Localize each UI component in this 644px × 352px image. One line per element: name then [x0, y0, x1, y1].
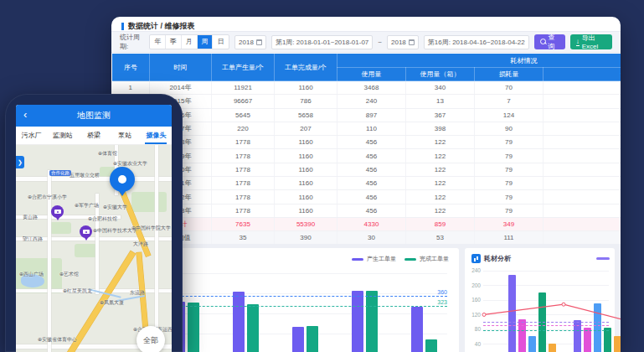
- table-cell: 390: [275, 231, 337, 244]
- panel-expand-button[interactable]: ❯: [16, 156, 24, 168]
- table-cell: 7635: [212, 217, 275, 230]
- chart-bar: [352, 291, 363, 352]
- map-label: ⊕安徽省体育中心: [38, 336, 77, 344]
- table-row: 92022年177811604561227967: [112, 190, 621, 204]
- week-to-value: 第16周: 2018-04-16~2018-04-22: [428, 38, 525, 47]
- consumable-legend-stub[interactable]: [596, 257, 610, 260]
- map-label: ⊕安徽大学: [103, 204, 127, 211]
- chart-bar: [411, 307, 423, 352]
- axis-tick-label: 80: [466, 326, 481, 332]
- axis-tick-label: 200: [466, 282, 481, 288]
- table-cell: 79: [475, 190, 544, 204]
- phone-tab-桥梁[interactable]: 桥梁: [78, 127, 109, 144]
- legend-item[interactable]: 产生工单量: [352, 255, 396, 263]
- back-chevron-icon[interactable]: ‹: [23, 108, 27, 121]
- period-option[interactable]: 年: [150, 35, 166, 49]
- table-cell: 122: [406, 204, 475, 217]
- year-from-select[interactable]: 2018: [234, 35, 266, 49]
- col-header-completed: 工单完成量/个: [275, 54, 337, 81]
- table-cell: 67: [544, 177, 621, 190]
- table-cell: 11921: [212, 81, 275, 95]
- show-all-button[interactable]: 全部: [137, 326, 165, 352]
- camera-pin[interactable]: [51, 205, 64, 221]
- week-from-input[interactable]: 第1周: 2018-01-01~2018-01-07: [271, 35, 373, 49]
- table-cell: 79: [475, 163, 544, 176]
- table-row: 32016年56455658897367124129: [112, 108, 621, 122]
- table-cell: 67: [544, 190, 621, 204]
- week-to-input[interactable]: 第16周: 2018-04-16~2018-04-22: [424, 35, 529, 49]
- table-cell: 859: [406, 217, 475, 230]
- search-icon: [540, 39, 546, 45]
- map-canvas[interactable]: 合作化路 ⊕体育馆⊕安徽农业大学五里墩立交桥⊕合肥市宁溪小学⊕军学广场⊕安徽大学…: [16, 145, 172, 352]
- filter-bar: 统计周期: 年季月周日 2018 第1周: 2018-01-01~2018-01…: [111, 31, 621, 53]
- table-average-row: 平均值35390305311114: [112, 231, 621, 244]
- map-label: ⊕合肥市宁溪小学: [28, 194, 67, 201]
- map-label: ⊕中国科学院大学: [131, 225, 171, 232]
- table-cell: 1778: [212, 136, 275, 149]
- table-cell: 96667: [212, 95, 275, 108]
- camera-pin[interactable]: [80, 225, 92, 241]
- road-badge: 合作化路: [49, 170, 71, 176]
- axis-tick-label: 160: [466, 297, 481, 303]
- table-body: 12014年11921116034683407025022015年9666778…: [112, 81, 621, 245]
- table-cell: 110: [337, 122, 406, 135]
- table-cell: 1160: [275, 149, 337, 163]
- chart-bar: [247, 304, 259, 352]
- table-cell: 456: [337, 177, 406, 190]
- year-to-select[interactable]: 2018: [387, 35, 419, 49]
- phone-tab-摄像头[interactable]: 摄像头: [141, 127, 172, 144]
- table-cell: 19: [544, 122, 621, 135]
- table-cell: 1160: [275, 163, 337, 176]
- table-cell: 111: [475, 231, 544, 244]
- report-table: 序号 时间 工单产生量/个 工单完成量/个 耗材情况 使用量 使用量（箱） 损耗…: [111, 53, 621, 244]
- sub-header-2: 使用量（箱）: [406, 68, 475, 81]
- table-cell: 456: [337, 204, 406, 217]
- col-header-time: 时间: [150, 54, 212, 81]
- table-row: 72020年177811604561227967: [112, 163, 621, 176]
- table-total-row: 合计763555390433085934933: [112, 217, 621, 230]
- map-label: ⊕合肥科技馆: [88, 215, 117, 223]
- table-cell: 67: [544, 136, 621, 149]
- axis-tick-label: 40: [466, 341, 481, 347]
- period-option[interactable]: 周: [198, 35, 214, 49]
- phone-app-header: ‹ 地图监测: [16, 105, 172, 127]
- table-cell: 340: [406, 81, 475, 95]
- table-cell: 122: [406, 163, 475, 176]
- download-icon: ↓: [576, 39, 580, 46]
- chart-bar: [425, 339, 437, 352]
- legend-mark: [404, 258, 416, 261]
- phone-tab-监测站[interactable]: 监测站: [47, 127, 78, 144]
- table-cell: 456: [337, 190, 406, 204]
- table-cell: 1778: [212, 149, 275, 163]
- map-park-area: [75, 244, 98, 257]
- table-row: 82021年177811604561227967: [112, 177, 621, 190]
- table-cell: 122: [406, 190, 475, 204]
- table-cell: 13: [406, 95, 475, 108]
- table-row: 12014年119211160346834070250: [112, 81, 621, 95]
- export-excel-button[interactable]: ↓ 导出Excel: [570, 34, 612, 49]
- table-cell: 35: [212, 231, 275, 244]
- map-label: 黄山路: [23, 214, 38, 221]
- year-from-value: 2018: [239, 39, 254, 46]
- table-cell: 786: [275, 95, 337, 108]
- table-cell: 1160: [275, 177, 337, 190]
- phone-tab-泵站[interactable]: 泵站: [110, 127, 141, 144]
- map-label: ⊕艺术馆: [59, 271, 79, 278]
- workorder-chart-legend: 产生工单量完成工单量: [352, 255, 449, 263]
- table-cell: 398: [406, 122, 475, 135]
- table-cell: 1: [112, 81, 150, 95]
- period-option[interactable]: 季: [166, 35, 182, 49]
- query-button[interactable]: 查询: [534, 34, 565, 49]
- map-label: ⊕凤凰大厦: [100, 299, 124, 307]
- table-cell: 1160: [275, 190, 337, 204]
- phone-page-title: 地图监测: [77, 110, 111, 122]
- selected-camera-pin[interactable]: [110, 167, 135, 199]
- map-label: ⊕体育馆: [98, 150, 117, 158]
- table-cell: 79: [475, 177, 544, 190]
- legend-item[interactable]: 完成工单量: [404, 255, 449, 263]
- chart-bar: [366, 291, 378, 352]
- period-option[interactable]: 月: [182, 35, 198, 49]
- table-cell: 456: [337, 136, 406, 149]
- phone-tab-污水厂[interactable]: 污水厂: [16, 127, 47, 144]
- period-option[interactable]: 日: [213, 35, 229, 49]
